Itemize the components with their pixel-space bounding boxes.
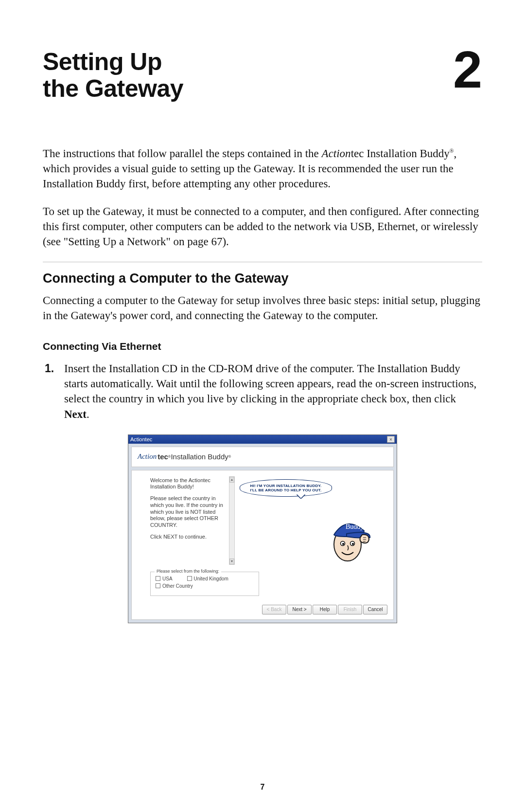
chapter-header: Setting Up the Gateway 2: [43, 49, 482, 102]
close-icon[interactable]: ×: [387, 436, 395, 443]
chapter-number: 2: [453, 49, 482, 90]
installer-top-row: Welcome to the Actiontec Installation Bu…: [138, 477, 387, 566]
checkbox-icon[interactable]: [187, 576, 192, 581]
finish-button[interactable]: Finish: [338, 605, 362, 614]
scroll-down-icon[interactable]: ▾: [229, 559, 234, 564]
installer-screenshot: Actiontec × Actiontec® Installation Budd…: [43, 434, 482, 623]
checkbox-uk[interactable]: United Kingdom: [187, 576, 228, 581]
subsection-heading: Connecting Via Ethernet: [43, 341, 482, 352]
installer-body: Welcome to the Actiontec Installation Bu…: [131, 470, 394, 620]
welcome-text: Welcome to the Actiontec Installation Bu…: [150, 477, 230, 491]
checkbox-other[interactable]: Other Country: [156, 583, 193, 589]
chapter-title-line1: Setting Up: [43, 48, 162, 75]
checkbox-icon[interactable]: [156, 576, 160, 581]
brand-logo: Action: [138, 452, 157, 461]
scroll-up-icon[interactable]: ▴: [229, 477, 234, 483]
checkbox-icon[interactable]: [156, 583, 160, 588]
section-divider: [43, 262, 482, 262]
country-fieldset: Please select from the following: USA Un…: [150, 572, 259, 596]
svg-point-4: [352, 543, 354, 545]
next-button[interactable]: Next >: [287, 605, 312, 614]
buddy-character-icon: Buddy: [317, 506, 376, 565]
continue-text: Click NEXT to continue.: [150, 534, 230, 541]
buddy-column: HI! I'M YOUR INSTALLATION BUDDY. I'LL BE…: [237, 477, 387, 566]
installer-brand: Actiontec® Installation Buddy®: [131, 447, 394, 467]
speech-bubble: HI! I'M YOUR INSTALLATION BUDDY. I'LL BE…: [240, 479, 332, 497]
checkbox-usa[interactable]: USA: [156, 576, 173, 581]
chapter-title-line2: the Gateway: [43, 75, 183, 102]
fieldset-legend: Please select from the following:: [155, 569, 221, 574]
cap-text: Buddy: [346, 523, 364, 530]
document-page: Setting Up the Gateway 2 The instruction…: [0, 0, 525, 812]
installer-text-column: Welcome to the Actiontec Installation Bu…: [138, 477, 230, 566]
step-text: Insert the Installation CD in the CD-ROM…: [64, 361, 482, 421]
installer-button-row: < Back Next > Help Finish Cancel: [138, 602, 387, 614]
titlebar-label: Actiontec: [130, 436, 152, 442]
help-button[interactable]: Help: [313, 605, 337, 614]
instruction-text: Please select the country in which you l…: [150, 495, 230, 529]
intro-paragraph-1: The instructions that follow parallel th…: [43, 146, 482, 191]
section-paragraph: Connecting a computer to the Gateway for…: [43, 293, 482, 323]
text-scrollbar[interactable]: ▴ ▾: [229, 476, 235, 565]
svg-point-3: [342, 543, 344, 545]
step-number: 1.: [45, 361, 56, 421]
back-button[interactable]: < Back: [262, 605, 286, 614]
cancel-button[interactable]: Cancel: [363, 605, 387, 614]
installer-titlebar: Actiontec ×: [128, 435, 397, 444]
section-heading: Connecting a Computer to the Gateway: [43, 271, 482, 286]
chapter-title: Setting Up the Gateway: [43, 49, 183, 102]
installer-window: Actiontec × Actiontec® Installation Budd…: [128, 434, 397, 623]
step-1: 1. Insert the Installation CD in the CD-…: [45, 361, 482, 421]
intro-paragraph-2: To set up the Gateway, it must be connec…: [43, 204, 482, 249]
page-number: 7: [0, 783, 525, 792]
